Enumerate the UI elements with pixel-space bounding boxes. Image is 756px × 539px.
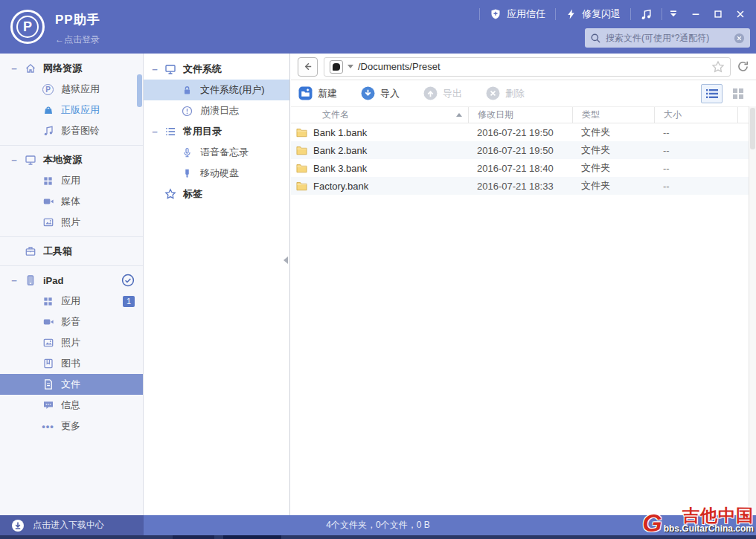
app-dropdown-icon[interactable] [347, 65, 353, 68]
favorite-star-icon[interactable] [711, 60, 725, 74]
back-button[interactable] [298, 57, 318, 77]
group-label: 网络资源 [43, 62, 82, 75]
table-row[interactable]: Bank 3.bank 2016-07-21 18:40 文件夹 -- [291, 159, 756, 177]
clear-search-icon[interactable] [734, 33, 745, 44]
close-icon [735, 9, 746, 19]
list-view-button[interactable] [701, 84, 723, 103]
delete-icon [486, 86, 500, 100]
fix-crash-button[interactable]: 修复闪退 [556, 7, 630, 21]
table-row[interactable]: Bank 2.bank 2016-07-21 19:50 文件夹 -- [291, 141, 756, 159]
sidebar-group-toolbox[interactable]: 工具箱 [0, 241, 143, 262]
vertical-scrollbar[interactable] [749, 106, 756, 515]
panel-collapse-arrow[interactable] [284, 256, 288, 264]
file-size: -- [654, 181, 737, 192]
sidebar-item-device-files[interactable]: 文件 [0, 374, 143, 395]
collapse-icon[interactable]: − [150, 64, 159, 75]
sidebar: − 网络资源 P 越狱应用 正版应用 影音图铃 − [0, 54, 144, 515]
close-button[interactable] [729, 6, 752, 22]
current-path[interactable]: /Documents/Preset [358, 61, 707, 72]
watermark: G 吉他中国 bbs.GuitarChina.com [642, 506, 754, 534]
new-folder-label: 新建 [318, 87, 337, 100]
sidebar-item-local-media[interactable]: 媒体 [0, 191, 143, 212]
ringtone-button[interactable] [631, 8, 662, 21]
folder-icon [296, 145, 307, 155]
main-menu-button[interactable] [662, 6, 685, 22]
column-header-date[interactable]: 修改日期 [468, 107, 572, 123]
panel-item-filesystem-user[interactable]: 文件系统(用户) [144, 80, 289, 100]
sidebar-item-device-apps[interactable]: 应用 1 [0, 291, 143, 312]
panel-group-common-dirs[interactable]: − 常用目录 [144, 121, 289, 142]
export-button[interactable]: 导出 [423, 86, 462, 100]
sidebar-item-media-ringtones[interactable]: 影音图铃 [0, 120, 143, 141]
import-button[interactable]: 导入 [361, 86, 400, 100]
delete-label: 删除 [505, 87, 525, 100]
panel-group-filesystem[interactable]: − 文件系统 [144, 59, 289, 80]
download-center-button[interactable]: 点击进入下载中心 [0, 515, 144, 535]
search-input[interactable] [606, 33, 729, 43]
app-logo-icon[interactable]: P [10, 10, 45, 44]
grid-view-button[interactable] [727, 84, 749, 103]
file-type: 文件夹 [572, 143, 654, 157]
delete-button[interactable]: 删除 [486, 86, 525, 100]
app-trust-label: 应用信任 [507, 7, 545, 21]
watermark-title: 吉他中国 [664, 506, 754, 524]
app-count-badge: 1 [123, 296, 135, 307]
login-hint[interactable]: ←点击登录 [55, 33, 100, 46]
sidebar-group-network[interactable]: − 网络资源 [0, 58, 143, 79]
sidebar-item-genuine-apps[interactable]: 正版应用 [0, 100, 143, 120]
sidebar-item-device-messages[interactable]: 信息 [0, 395, 143, 416]
new-folder-button[interactable]: 新建 [298, 86, 337, 100]
item-label: 信息 [61, 398, 80, 412]
sidebar-item-local-photos[interactable]: 照片 [0, 212, 143, 233]
list-view-icon [705, 88, 719, 100]
item-label: 越狱应用 [61, 83, 100, 96]
item-label: 媒体 [61, 195, 80, 208]
panel-group-tags[interactable]: 标签 [144, 184, 289, 204]
music-note-icon [42, 125, 54, 137]
column-header-type[interactable]: 类型 [572, 107, 654, 123]
scrollbar-thumb[interactable] [750, 108, 755, 149]
file-date: 2016-07-21 18:33 [468, 181, 572, 192]
collapse-icon[interactable]: − [10, 155, 19, 166]
folder-icon [296, 181, 307, 191]
sidebar-scrollbar-thumb[interactable] [137, 74, 142, 107]
sidebar-item-device-more[interactable]: ••• 更多 [0, 416, 143, 436]
sidebar-group-local[interactable]: − 本地资源 [0, 149, 143, 170]
sidebar-item-device-books[interactable]: 图书 [0, 353, 143, 374]
panel-item-crash-logs[interactable]: 崩溃日志 [144, 100, 289, 121]
group-label: iPad [43, 275, 63, 286]
address-bar: /Documents/Preset [291, 54, 756, 80]
home-icon [24, 62, 36, 74]
file-type: 文件夹 [572, 126, 654, 139]
column-header-name[interactable]: 文件名 [291, 107, 468, 123]
item-label: 照片 [61, 336, 80, 349]
sidebar-item-jailbreak-apps[interactable]: P 越狱应用 [0, 79, 143, 100]
watermark-logo: G [642, 511, 662, 534]
item-label: 照片 [61, 216, 80, 229]
titlebar: P PP助手 ←点击登录 应用信任 修复闪退 [0, 0, 756, 54]
app-trust-button[interactable]: 应用信任 [480, 7, 555, 21]
sidebar-item-device-photos[interactable]: 照片 [0, 332, 143, 353]
video-camera-icon [42, 196, 54, 207]
table-row[interactable]: Bank 1.bank 2016-07-21 19:50 文件夹 -- [291, 123, 756, 141]
file-name: Bank 1.bank [313, 127, 367, 138]
sidebar-group-device-ipad[interactable]: − iPad [0, 270, 143, 291]
maximize-button[interactable] [707, 6, 729, 22]
shield-plus-icon [490, 8, 502, 20]
collapse-icon[interactable]: − [150, 126, 159, 138]
sidebar-item-local-apps[interactable]: 应用 [0, 170, 143, 191]
refresh-icon[interactable] [737, 60, 749, 73]
group-label: 常用目录 [183, 125, 222, 138]
minimize-button[interactable] [685, 6, 707, 22]
file-toolbar: 新建 导入 导出 删除 [291, 80, 756, 106]
music-note-icon [640, 8, 653, 21]
path-field[interactable]: /Documents/Preset [324, 57, 731, 77]
panel-item-external-drive[interactable]: 移动硬盘 [144, 163, 289, 184]
collapse-icon[interactable]: − [10, 275, 19, 286]
column-header-size[interactable]: 大小 [654, 107, 737, 123]
table-row[interactable]: Factory.bank 2016-07-21 18:33 文件夹 -- [291, 177, 756, 195]
collapse-icon[interactable]: − [10, 63, 19, 74]
current-app-icon[interactable] [330, 60, 343, 74]
sidebar-item-device-media[interactable]: 影音 [0, 312, 143, 332]
panel-item-voice-memos[interactable]: 语音备忘录 [144, 142, 289, 163]
